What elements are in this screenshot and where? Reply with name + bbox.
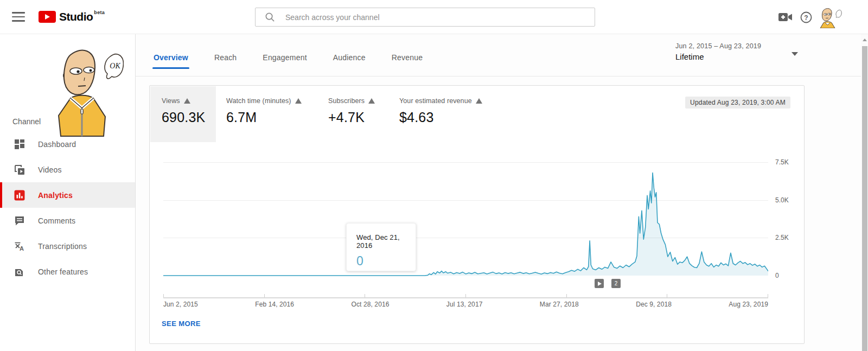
y-axis-tick-label: 7.5K [775, 158, 789, 166]
warning-triangle-icon [295, 98, 302, 104]
sidebar-item-transcriptions[interactable]: ATranscriptions [0, 233, 135, 259]
logo-brand-text: Studio [59, 10, 93, 23]
avatar-speech-text: OK [110, 62, 120, 70]
metric-label: Subscribers [328, 97, 365, 105]
metric-value: 690.3K [162, 110, 205, 125]
updated-timestamp-badge: Updated Aug 23, 2019, 3:00 AM [685, 97, 790, 109]
sidebar-item-label: Other features [38, 267, 88, 276]
sidebar-item-videos[interactable]: Videos [0, 157, 135, 182]
y-axis-tick-label: 5.0K [775, 196, 789, 204]
beta-tag: beta [94, 10, 105, 15]
metric-label: Watch time (minutes) [226, 97, 291, 105]
metric-label: Your estimated revenue [399, 97, 472, 105]
metric-views[interactable]: Views690.3K [162, 97, 205, 125]
tab-revenue[interactable]: Revenue [391, 53, 424, 76]
dashboard-icon [14, 139, 25, 150]
tab-audience[interactable]: Audience [332, 53, 367, 76]
x-axis-tick-label: Mar 27, 2018 [540, 301, 579, 308]
search-input[interactable] [285, 13, 595, 22]
chevron-down-icon[interactable] [792, 52, 798, 56]
metric-value: $4.63 [399, 110, 482, 125]
channel-avatar-image[interactable]: OK [42, 45, 124, 138]
sidebar-item-comments[interactable]: Comments [0, 208, 135, 233]
top-bar: Studio beta ? [0, 0, 868, 34]
sidebar-item-label: Comments [38, 216, 75, 225]
date-range-preset: Lifetime [675, 52, 761, 61]
x-axis-ticks [163, 294, 768, 297]
svg-text:A: A [20, 245, 24, 252]
views-area-chart[interactable] [163, 162, 768, 277]
menu-icon[interactable] [12, 12, 25, 22]
svg-text:?: ? [804, 14, 808, 22]
transcriptions-icon: A [14, 241, 25, 252]
date-range-selector[interactable]: Jun 2, 2015 – Aug 23, 2019 Lifetime [675, 42, 761, 61]
metric-watch-time-minutes-[interactable]: Watch time (minutes)6.7M [226, 97, 302, 125]
tab-engagement[interactable]: Engagement [261, 53, 308, 76]
x-axis-tick-label: Dec 9, 2018 [636, 301, 672, 308]
create-video-icon[interactable] [778, 12, 793, 22]
tab-overview[interactable]: Overview [152, 53, 189, 76]
metric-value: +4.7K [328, 110, 375, 125]
comments-icon [14, 215, 25, 226]
other-features-icon [14, 266, 25, 277]
video-marker-play-icon[interactable] [595, 279, 604, 288]
y-axis-tick-label: 2.5K [775, 234, 789, 241]
sidebar-menu: DashboardVideosAnalyticsCommentsATranscr… [0, 131, 135, 284]
vertical-scrollbar[interactable] [861, 34, 868, 351]
sidebar-item-label: Dashboard [38, 140, 76, 149]
tab-reach[interactable]: Reach [213, 53, 238, 76]
search-icon [265, 12, 275, 22]
video-marker-count-badge[interactable]: 2 [611, 279, 621, 288]
main-content: OverviewReachEngagementAudienceRevenue J… [136, 34, 861, 351]
x-axis-tick-label: Oct 28, 2016 [352, 301, 390, 308]
help-icon[interactable]: ? [800, 11, 812, 23]
videos-icon [14, 164, 25, 175]
sidebar-item-analytics[interactable]: Analytics [0, 182, 135, 208]
x-axis-tick-label: Jul 13, 2017 [446, 301, 483, 308]
x-axis-tick-label: Aug 23, 2019 [729, 301, 768, 308]
sidebar-item-other-features[interactable]: Other features [0, 259, 135, 284]
metric-value: 6.7M [226, 110, 302, 125]
sidebar-item-label: Analytics [38, 191, 73, 200]
y-axis-tick-label: 0 [775, 272, 779, 279]
sidebar-item-label: Transcriptions [38, 242, 87, 251]
date-range-text: Jun 2, 2015 – Aug 23, 2019 [675, 42, 761, 50]
warning-triangle-icon [476, 98, 482, 104]
warning-triangle-icon [368, 98, 375, 104]
search-bar[interactable] [255, 8, 595, 27]
warning-triangle-icon [184, 98, 190, 104]
sidebar-item-dashboard[interactable]: Dashboard [0, 131, 135, 157]
analytics-overview-card: Views690.3KWatch time (minutes)6.7MSubsc… [149, 85, 805, 344]
x-axis-labels: Jun 2, 2015Feb 14, 2016Oct 28, 2016Jul 1… [163, 301, 768, 308]
sidebar-item-label: Videos [38, 165, 62, 174]
account-avatar[interactable] [818, 7, 842, 28]
metric-label: Views [162, 97, 180, 105]
sidebar: OK Channel DashboardVideosAnalyticsComme… [0, 34, 136, 351]
x-axis-line [163, 297, 768, 298]
channel-section-label: Channel [12, 117, 41, 126]
see-more-link[interactable]: SEE MORE [162, 320, 201, 328]
tooltip-value: 0 [356, 254, 416, 269]
youtube-studio-logo[interactable]: Studio beta [39, 9, 105, 23]
x-axis-tick-label: Jun 2, 2015 [163, 301, 198, 308]
chart-tooltip: Wed, Dec 21, 2016 0 [346, 223, 416, 271]
scrollbar-thumb[interactable] [862, 46, 867, 351]
youtube-play-icon [39, 11, 56, 23]
tooltip-date: Wed, Dec 21, 2016 [356, 233, 416, 250]
analytics-icon [14, 190, 25, 201]
scroll-up-arrow[interactable] [861, 36, 868, 43]
x-axis-tick-label: Feb 14, 2016 [255, 301, 294, 308]
metric-your-estimated-revenue[interactable]: Your estimated revenue$4.63 [399, 97, 482, 125]
metric-subscribers[interactable]: Subscribers+4.7K [328, 97, 375, 125]
